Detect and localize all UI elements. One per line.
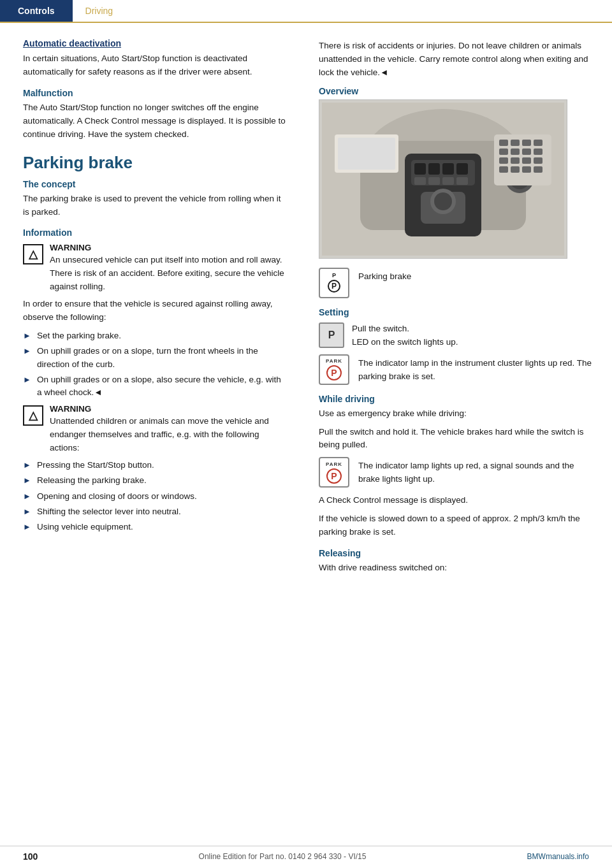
list-item: ► Shifting the selector lever into neutr… (23, 505, 287, 518)
svg-rect-21 (522, 140, 531, 146)
while-driving-park-indicator: PARK P (319, 457, 349, 488)
list-item: ► On uphill grades or on a slope, also s… (23, 373, 287, 400)
park-indicator-icon: PARK P (319, 354, 349, 385)
svg-point-15 (434, 192, 452, 210)
bullet-arrow: ► (23, 329, 32, 342)
bullet-text: Shifting the selector lever into neutral… (37, 505, 181, 518)
car-image (319, 99, 567, 259)
svg-rect-5 (414, 163, 426, 175)
bullet-text: On uphill grades or on a slope, also sec… (37, 373, 287, 400)
bullet-text: Opening and closing of doors or windows. (37, 490, 197, 503)
park-indicator-label: PARK (326, 358, 342, 364)
car-controls-svg (322, 103, 564, 256)
while-driving-indicator-row: PARK P The indicator lamp lights up red,… (319, 457, 593, 488)
left-column: Automatic deactivation In certain situat… (0, 38, 306, 580)
warning1-text: An unsecured vehicle can put itself into… (50, 255, 284, 291)
parking-brake-icon-row: P P Parking brake (319, 268, 593, 298)
svg-rect-6 (428, 163, 440, 175)
while-driving-indicator-text: The indicator lamp lights up red, a sign… (358, 457, 593, 486)
svg-rect-30 (534, 157, 543, 164)
list-item: ► Pressing the Start/Stop button. (23, 459, 287, 472)
warning2-title: WARNING (50, 404, 287, 414)
footer-logo: BMWmanuals.info (527, 852, 589, 861)
svg-rect-24 (511, 148, 520, 155)
tab-controls[interactable]: Controls (0, 0, 73, 22)
warning-icon-1: △ (23, 244, 43, 264)
footer-page-number: 100 (23, 851, 38, 862)
svg-rect-9 (414, 177, 426, 185)
bullet-list-1: ► Set the parking brake. ► On uphill gra… (23, 329, 287, 399)
releasing-heading: Releasing (319, 548, 593, 558)
auto-deactivation-heading: Automatic deactivation (23, 38, 287, 48)
svg-rect-8 (456, 163, 468, 175)
malfunction-text: The Auto Start/Stop function no longer s… (23, 101, 287, 141)
the-concept-heading: The concept (23, 179, 287, 189)
setting-indicator-row: PARK P The indicator lamp in the instrum… (319, 354, 593, 385)
tab-driving[interactable]: Driving (73, 0, 126, 22)
releasing-text: With drive readiness switched on: (319, 561, 593, 575)
warning-box-2: △ WARNING Unattended children or animals… (23, 404, 287, 455)
bullet-arrow: ► (23, 521, 32, 533)
parking-brake-p-icon: P P (319, 268, 349, 298)
svg-rect-31 (499, 166, 508, 173)
svg-rect-26 (534, 148, 543, 155)
while-driving-heading: While driving (319, 394, 593, 404)
bullet-text: Pressing the Start/Stop button. (37, 459, 154, 472)
warning1-title: WARNING (50, 243, 287, 252)
bullet-arrow: ► (23, 373, 32, 386)
footer: 100 Online Edition for Part no. 0140 2 9… (0, 846, 612, 868)
rolling-away-text: In order to ensure that the vehicle is s… (23, 298, 287, 324)
park-circle: P (328, 280, 340, 293)
check-control-text: A Check Control message is displayed. (319, 494, 593, 507)
information-heading: Information (23, 228, 287, 238)
setting-heading: Setting (319, 307, 593, 317)
bullet-arrow: ► (23, 505, 32, 518)
auto-deactivation-text: In certain situations, Auto Start/Stop f… (23, 52, 287, 79)
the-concept-text: The parking brake is used to prevent the… (23, 192, 287, 219)
warning-content-2: WARNING Unattended children or animals c… (50, 404, 287, 455)
park-text: P (332, 273, 336, 278)
setting-indicator-text: The indicator lamp in the instrument clu… (358, 354, 593, 384)
bullet-arrow: ► (23, 490, 32, 503)
svg-rect-23 (499, 148, 508, 155)
parking-brake-icon-label: Parking brake (358, 268, 411, 284)
svg-rect-27 (499, 157, 508, 164)
bullet-text: Using vehicle equipment. (37, 521, 133, 533)
svg-rect-22 (534, 140, 543, 146)
footer-center-text: Online Edition for Part no. 0140 2 964 3… (199, 852, 367, 861)
setting-text2: LED on the switch lights up. (352, 336, 458, 349)
svg-rect-36 (338, 138, 395, 170)
svg-rect-11 (442, 177, 454, 185)
svg-rect-33 (522, 166, 531, 173)
bullet-arrow: ► (23, 459, 32, 472)
park-label-wd: PARK (326, 461, 342, 467)
svg-rect-19 (499, 140, 508, 146)
svg-rect-20 (511, 140, 520, 146)
setting-pull-switch-row: P Pull the switch. LED on the switch lig… (319, 322, 593, 349)
warning-content-1: WARNING An unsecured vehicle can put its… (50, 243, 287, 294)
bullet-text: Releasing the parking brake. (37, 474, 147, 487)
while-driving-text2: Pull the switch and hold it. The vehicle… (319, 426, 593, 452)
svg-rect-32 (511, 166, 520, 173)
list-item: ► Opening and closing of doors or window… (23, 490, 287, 503)
p-switch-icon: P (319, 322, 344, 348)
right-column: There is risk of accidents or injuries. … (306, 38, 612, 580)
malfunction-heading: Malfunction (23, 88, 287, 98)
svg-rect-12 (456, 177, 468, 185)
setting-text-block: Pull the switch. LED on the switch light… (352, 322, 458, 349)
setting-text1: Pull the switch. (352, 322, 458, 336)
risk-text: There is risk of accidents or injuries. … (319, 40, 593, 80)
svg-rect-7 (442, 163, 454, 175)
park-circle-red: P (326, 365, 342, 380)
while-driving-text1: Use as emergency brake while driving: (319, 407, 593, 421)
bullet-list-2: ► Pressing the Start/Stop button. ► Rele… (23, 459, 287, 533)
svg-rect-29 (522, 157, 531, 164)
slowed-down-text: If the vehicle is slowed down to a speed… (319, 512, 593, 539)
header-tabs: Controls Driving (0, 0, 612, 23)
warning-box-1: △ WARNING An unsecured vehicle can put i… (23, 243, 287, 294)
svg-rect-25 (522, 148, 531, 155)
bullet-text: Set the parking brake. (37, 329, 121, 342)
svg-rect-34 (534, 166, 543, 173)
content-wrapper: Automatic deactivation In certain situat… (0, 23, 612, 593)
list-item: ► Set the parking brake. (23, 329, 287, 342)
